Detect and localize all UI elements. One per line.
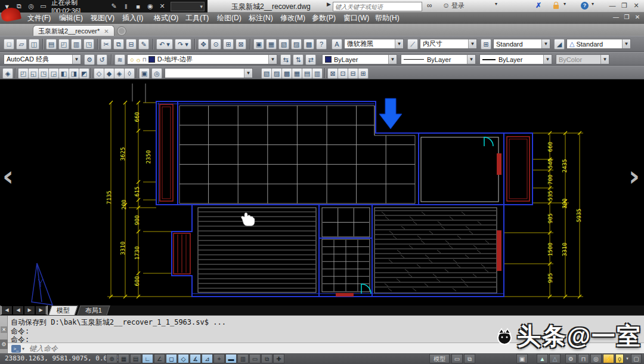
designcenter-icon[interactable]: ▦ (266, 39, 277, 50)
paste-icon[interactable]: ⊟ (126, 39, 137, 50)
infer-constraints-toggle[interactable]: ⊕ (106, 354, 117, 363)
menu-parametric[interactable]: 参数(P) (308, 13, 339, 24)
layer-properties-icon[interactable]: ≋ (114, 54, 125, 65)
undo-button[interactable]: ↶ ▾ (156, 39, 173, 50)
layer-combo[interactable]: ○ ☼ ⊓ D-地坪-边界 ▼ (127, 54, 277, 64)
menu-dimension[interactable]: 标注(N) (245, 13, 277, 24)
workspace-settings-icon[interactable]: ⚙ (84, 54, 95, 65)
named-views-icon[interactable]: ◈ (2, 68, 13, 79)
snap-mode-toggle[interactable]: ▦ (118, 354, 129, 363)
tab-layout1[interactable]: 布局1 (77, 306, 110, 315)
polar-tracking-toggle[interactable]: ∠ (154, 354, 165, 363)
new-icon[interactable]: □ (4, 39, 14, 50)
lock-layer-icon[interactable]: ⊟ (348, 68, 358, 79)
help-icon[interactable]: ? (581, 2, 589, 10)
view-front-icon[interactable]: ◧ (58, 68, 69, 79)
exchange-apps-icon[interactable]: ✗ (535, 1, 541, 10)
minimize-button[interactable]: — (607, 1, 618, 10)
isolate-objects-icon[interactable]: ◎ (590, 354, 602, 363)
recorder-close-icon[interactable]: ✕ (159, 2, 166, 10)
plot-icon[interactable]: ▤ (46, 39, 57, 50)
search-input[interactable] (333, 3, 422, 11)
make-layer-current-icon[interactable]: ⇆ (280, 54, 291, 65)
copy-icon[interactable]: ⧉ (113, 39, 124, 50)
infocenter-collapse-icon[interactable]: ▶ (327, 1, 331, 7)
command-input-row[interactable]: >_ ▾ (8, 343, 644, 354)
tab-next-icon[interactable]: ▶ (24, 306, 35, 315)
lock-viewport-icon[interactable]: ⊠ (327, 68, 338, 79)
recorder-zoom-icon[interactable]: ◎ (27, 2, 35, 10)
unlock-viewport-icon[interactable]: ⊡ (338, 68, 348, 79)
view-nw-iso-icon[interactable]: ◊ (124, 68, 135, 79)
menu-insert[interactable]: 插入(I) (119, 13, 147, 24)
recorder-pause-icon[interactable]: ‖ (122, 3, 130, 10)
color-combo[interactable]: ByLayer▼ (322, 54, 397, 64)
camera-icon[interactable]: ▣ (139, 68, 150, 79)
layer-freeze2-icon[interactable]: ▩ (281, 68, 292, 79)
layer-match-icon[interactable]: ▥ (312, 68, 323, 79)
tab-model[interactable]: 模型 (48, 306, 78, 315)
menu-format[interactable]: 格式(O) (150, 13, 182, 24)
performance-tuner-icon[interactable]: ⚡ (603, 354, 614, 363)
layer-walk-icon[interactable]: ▤ (302, 68, 312, 79)
sheetset-icon[interactable]: ▨ (291, 39, 302, 50)
quickcalc-help-icon[interactable]: ? (316, 39, 327, 50)
recorder-stop-icon[interactable]: ■ (134, 3, 142, 10)
lineweight-combo[interactable]: ByLayer▼ (479, 54, 552, 64)
linetype-combo[interactable]: ByLayer▼ (401, 54, 476, 64)
workspace-combo[interactable]: AutoCAD 经典▼ (4, 54, 81, 64)
mleader-style-combo[interactable]: △Standard▼ (566, 39, 631, 49)
command-tools-icon[interactable]: ⚙ (0, 340, 8, 349)
doc-minimize-icon[interactable]: — (612, 14, 620, 20)
3dprint-icon[interactable]: ◳ (83, 39, 94, 50)
toolbar-lock-icon[interactable]: ⊓ (578, 354, 589, 363)
mleader-style-icon[interactable]: ◢ (554, 39, 565, 50)
doc-restore-icon[interactable]: ❐ (623, 14, 631, 20)
dynamic-ucs-toggle[interactable]: ⊿ (202, 354, 213, 363)
clean-screen-button[interactable]: ▢ (631, 354, 642, 363)
view-iso-icon[interactable]: ◩ (79, 68, 89, 79)
dynamic-input-toggle[interactable]: + (213, 354, 225, 363)
command-recent-icon[interactable]: ▾ (22, 346, 24, 351)
save-icon[interactable]: ◫ (29, 39, 39, 50)
file-tab-active[interactable]: 玉泉新城2__recover*✕ (33, 25, 114, 36)
doc-close-icon[interactable]: ✕ (633, 14, 642, 20)
infocenter-search[interactable] (333, 2, 422, 11)
matchprop-icon[interactable]: ✎ (138, 39, 149, 50)
command-close-icon[interactable]: ✕ (1, 326, 7, 333)
close-button[interactable]: ✕ (631, 1, 642, 10)
annotation-visibility-icon[interactable]: ▲ (537, 354, 548, 363)
tips-bulb-icon[interactable]: ϙ (615, 354, 624, 363)
zoom-previous-icon[interactable]: ⊠ (236, 39, 246, 50)
menu-file[interactable]: 文件(F) (24, 13, 54, 24)
quickview-layouts-icon[interactable]: ▭ (451, 354, 463, 363)
status-menu-arrow-icon[interactable]: ▾ (625, 354, 630, 363)
3d-object-snap-toggle[interactable]: ◇ (178, 354, 189, 363)
annotation-monitor-toggle[interactable]: ✚ (273, 354, 284, 363)
command-window[interactable]: ✕ ⚙ 自动保存到 D:\bak\玉泉新城2__recover_1_1_5963… (0, 315, 644, 353)
tab-first-icon[interactable]: ◀ (0, 306, 13, 315)
tab-close-icon[interactable]: ✕ (104, 28, 109, 35)
quickview-drawings-icon[interactable]: ⧉ (464, 354, 475, 363)
menu-help[interactable]: 帮助(H) (371, 13, 403, 24)
menu-edit[interactable]: 编辑(E) (55, 13, 86, 24)
menu-draw[interactable]: 绘图(D) (213, 13, 245, 24)
quick-properties-toggle[interactable]: ▭ (249, 354, 261, 363)
menu-view[interactable]: 视图(V) (87, 13, 118, 24)
properties-icon[interactable]: ▣ (253, 39, 264, 50)
layer-isolate-icon[interactable]: ▧ (261, 68, 272, 79)
menu-tools[interactable]: 工具(T) (182, 13, 212, 24)
workspace-switch-gear-icon[interactable]: ⚙ (565, 354, 577, 363)
view-se-iso-icon[interactable]: ◆ (104, 68, 114, 79)
signin-label[interactable]: 登录 (451, 1, 465, 10)
unlock-layer-icon[interactable]: ⊞ (358, 68, 369, 79)
named-view-combo[interactable]: ▼ (165, 68, 253, 78)
selection-cycling-toggle[interactable]: ⧉ (261, 354, 273, 363)
toolpalettes-icon[interactable]: ▧ (278, 39, 289, 50)
tab-last-icon[interactable]: ▶ (35, 306, 48, 315)
table-style-icon[interactable]: ⊞ (481, 39, 491, 50)
text-style-combo[interactable]: 微软雅黑▼ (344, 39, 404, 49)
layer-off-icon[interactable]: ▦ (292, 68, 302, 79)
recorder-dropdown[interactable]: ▾ (171, 2, 205, 11)
model-space-button[interactable]: 模型 (429, 354, 450, 363)
